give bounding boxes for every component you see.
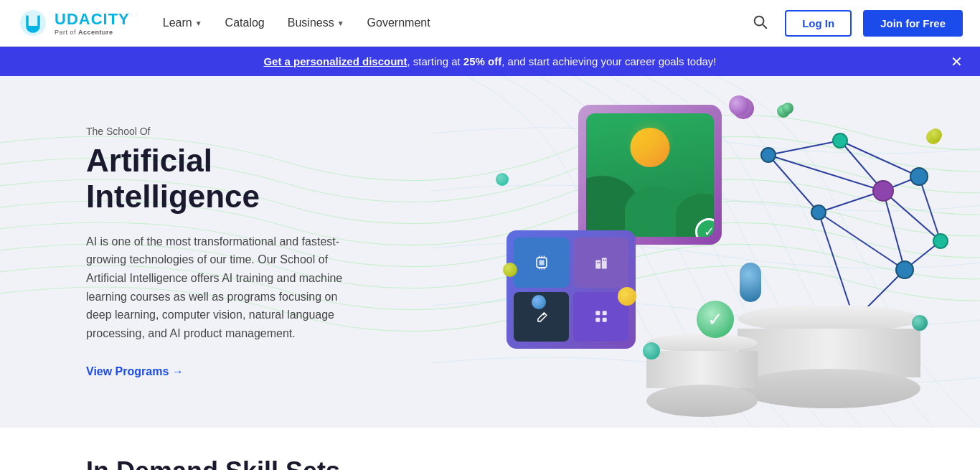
svg-point-21 (933, 234, 948, 248)
hero-content: The School Of Artificial Intelligence AI… (0, 83, 430, 422)
teal-orb-bottom (643, 342, 660, 359)
nav-government[interactable]: Government (357, 11, 440, 35)
yellow-orb (618, 287, 636, 306)
view-programs-link[interactable]: View Programs → (86, 365, 184, 378)
login-button[interactable]: Log In (785, 10, 852, 37)
svg-rect-33 (601, 258, 606, 268)
banner-close-button[interactable]: ✕ (951, 55, 963, 69)
navbar: UDACITY Part of Accenture Learn ▼ Catalo… (0, 0, 980, 47)
svg-line-4 (768, 155, 883, 191)
search-button[interactable] (746, 11, 773, 36)
small-pedestal-body (646, 351, 758, 388)
big-pedestal-bottom (738, 369, 920, 408)
brand-name: UDACITY (55, 10, 130, 29)
promo-discount-link[interactable]: Get a personalized discount (263, 55, 407, 67)
lime-dot-right (929, 128, 942, 141)
below-fold-section: In Demand Skill Sets (0, 428, 980, 470)
nav-business[interactable]: Business ▼ (278, 11, 354, 35)
teal-orb-1 (496, 173, 509, 186)
hero-title: Artificial Intelligence (86, 143, 344, 215)
brand-tagline: Part of Accenture (55, 29, 130, 36)
svg-line-5 (840, 141, 919, 177)
svg-rect-34 (597, 262, 598, 263)
app-grid-card (507, 230, 636, 349)
search-icon (752, 14, 768, 29)
svg-point-16 (761, 148, 776, 162)
svg-line-3 (768, 155, 819, 212)
green-lime-orb (503, 263, 517, 277)
business-chevron-icon: ▼ (337, 19, 344, 27)
svg-rect-40 (595, 318, 600, 322)
svg-rect-36 (603, 259, 604, 260)
promo-banner: Get a personalized discount, starting at… (0, 47, 980, 76)
nav-learn[interactable]: Learn ▼ (153, 11, 212, 35)
school-of-label: The School Of (86, 126, 344, 137)
svg-line-2 (768, 141, 840, 155)
check-circle-badge: ✓ (697, 301, 734, 338)
nav-actions: Log In Join for Free (746, 10, 963, 37)
nav-catalog[interactable]: Catalog (215, 11, 275, 35)
learn-chevron-icon: ▼ (195, 19, 202, 27)
svg-rect-25 (539, 260, 544, 265)
svg-rect-41 (602, 318, 606, 322)
svg-point-17 (833, 133, 847, 148)
svg-rect-32 (595, 260, 600, 268)
ai-landscape-card: ✓ (578, 105, 722, 245)
svg-point-18 (910, 168, 928, 185)
svg-point-19 (873, 181, 893, 201)
illustration-container: ✓ (460, 87, 962, 417)
svg-point-22 (896, 261, 913, 278)
small-pedestal-bottom (646, 385, 758, 417)
app-cell-1 (514, 238, 569, 288)
dark-teal-orb (912, 315, 928, 331)
svg-line-15 (819, 212, 854, 320)
udacity-logo-icon (17, 7, 49, 39)
svg-rect-38 (595, 311, 600, 316)
purple-large-sphere (729, 95, 749, 116)
hero-illustration: ✓ (442, 76, 980, 428)
svg-rect-39 (602, 311, 606, 316)
green-dot-top-right (782, 103, 793, 114)
blue-pill-orb (740, 263, 761, 302)
join-button[interactable]: Join for Free (863, 10, 963, 37)
small-pedestal-top (646, 334, 758, 352)
nav-links: Learn ▼ Catalog Business ▼ Government (153, 11, 746, 35)
in-demand-title: In Demand Skill Sets (86, 456, 894, 470)
hero-section: The School Of Artificial Intelligence AI… (0, 76, 980, 428)
svg-line-1 (763, 24, 766, 28)
svg-point-20 (811, 205, 826, 220)
svg-rect-35 (598, 262, 600, 263)
app-cell-2 (573, 238, 628, 288)
svg-rect-37 (605, 259, 606, 260)
logo[interactable]: UDACITY Part of Accenture (17, 7, 130, 39)
discount-amount: 25% off (463, 55, 501, 67)
blue-orb-mid (532, 295, 546, 309)
hero-description: AI is one of the most transformational a… (86, 232, 344, 343)
